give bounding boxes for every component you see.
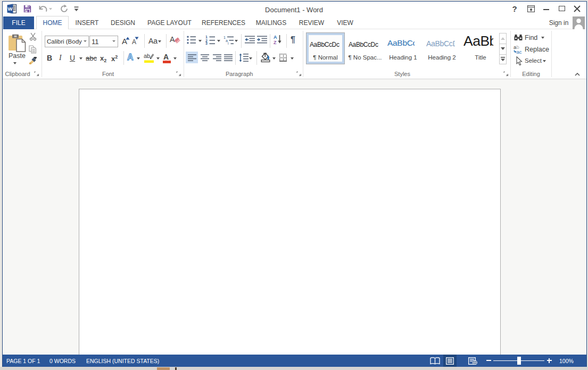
- svg-text:ac: ac: [517, 49, 522, 54]
- svg-text:ab: ab: [144, 53, 150, 59]
- svg-text:Z: Z: [274, 40, 277, 45]
- svg-text:3: 3: [205, 41, 208, 45]
- svg-text:W: W: [8, 6, 13, 12]
- svg-text:i: i: [228, 41, 229, 45]
- svg-text:A: A: [274, 35, 277, 40]
